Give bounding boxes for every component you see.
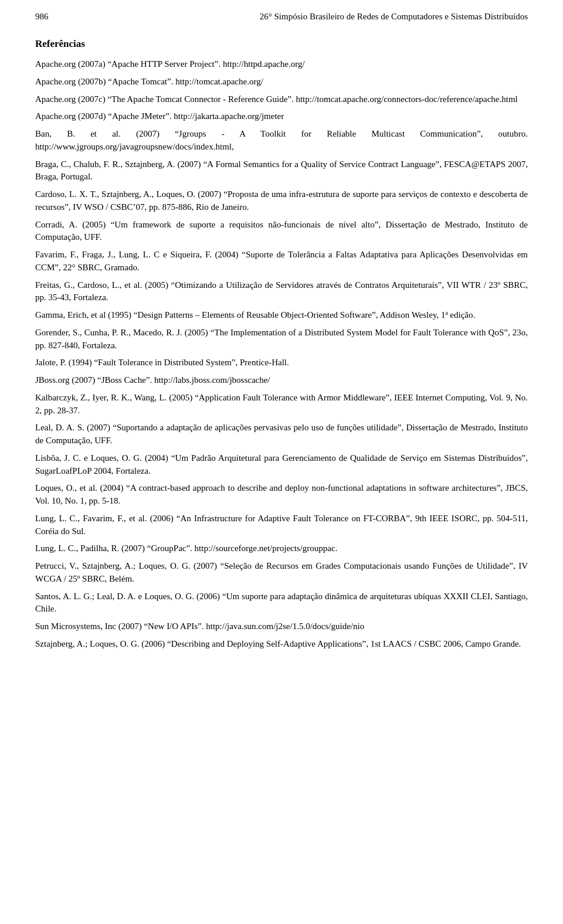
- list-item: Cardoso, L. X. T., Sztajnberg, A., Loque…: [35, 188, 528, 214]
- page-number: 986: [35, 12, 49, 22]
- list-item: Gorender, S., Cunha, P. R., Macedo, R. J…: [35, 327, 528, 352]
- list-item: Apache.org (2007a) “Apache HTTP Server P…: [35, 58, 528, 71]
- list-item: Sun Microsystems, Inc (2007) “New I/O AP…: [35, 620, 528, 633]
- list-item: Lung, L. C., Favarim, F., et al. (2006) …: [35, 512, 528, 538]
- list-item: Jalote, P. (1994) “Fault Tolerance in Di…: [35, 356, 528, 369]
- list-item: Gamma, Erich, et al (1995) “Design Patte…: [35, 309, 528, 322]
- list-item: Santos, A. L. G.; Leal, D. A. e Loques, …: [35, 590, 528, 616]
- list-item: Loques, O., et al. (2004) “A contract-ba…: [35, 482, 528, 508]
- references-list: Apache.org (2007a) “Apache HTTP Server P…: [35, 58, 528, 651]
- list-item: JBoss.org (2007) “JBoss Cache”. http://l…: [35, 374, 528, 387]
- list-item: Kalbarczyk, Z., Iyer, R. K., Wang, L. (2…: [35, 392, 528, 417]
- list-item: Corradi, A. (2005) “Um framework de supo…: [35, 219, 528, 244]
- list-item: Sztajnberg, A.; Loques, O. G. (2006) “De…: [35, 638, 528, 651]
- list-item: Apache.org (2007c) “The Apache Tomcat Co…: [35, 93, 528, 106]
- list-item: Lisbôa, J. C. e Loques, O. G. (2004) “Um…: [35, 452, 528, 478]
- references-heading: Referências: [35, 38, 528, 50]
- page-header: 986 26° Simpósio Brasileiro de Redes de …: [35, 12, 528, 22]
- list-item: Favarim, F., Fraga, J., Lung, L. C e Siq…: [35, 249, 528, 274]
- page: 986 26° Simpósio Brasileiro de Redes de …: [0, 0, 563, 924]
- list-item: Freitas, G., Cardoso, L., et al. (2005) …: [35, 279, 528, 305]
- page-title: 26° Simpósio Brasileiro de Redes de Comp…: [260, 12, 528, 22]
- list-item: Apache.org (2007b) “Apache Tomcat”. http…: [35, 76, 528, 89]
- list-item: Leal, D. A. S. (2007) “Suportando a adap…: [35, 422, 528, 447]
- list-item: Apache.org (2007d) “Apache JMeter”. http…: [35, 110, 528, 123]
- list-item: Braga, C., Chalub, F. R., Sztajnberg, A.…: [35, 158, 528, 184]
- list-item: Petrucci, V., Sztajnberg, A.; Loques, O.…: [35, 560, 528, 586]
- list-item: Lung, L. C., Padilha, R. (2007) “GroupPa…: [35, 542, 528, 555]
- list-item: Ban, B. et al. (2007) “Jgroups - A Toolk…: [35, 128, 528, 154]
